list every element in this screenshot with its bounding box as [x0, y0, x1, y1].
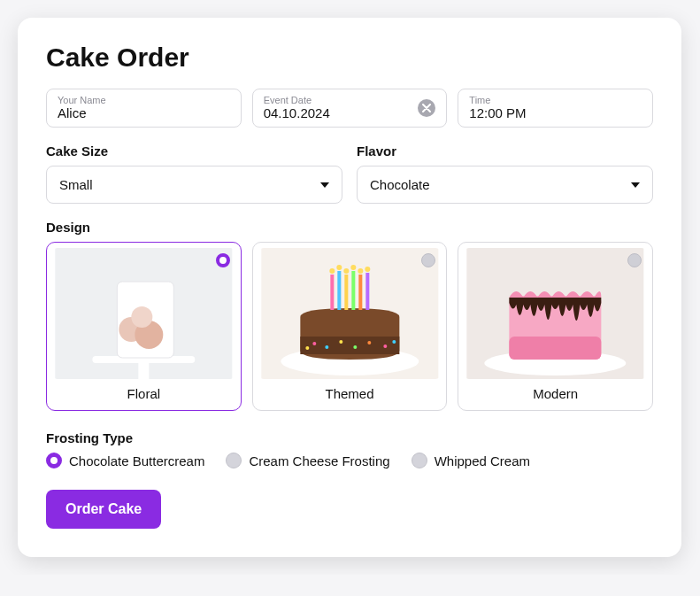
flavor-group: Flavor Chocolate: [357, 143, 653, 204]
frosting-label: Frosting Type: [46, 430, 653, 445]
svg-point-29: [365, 267, 370, 272]
svg-rect-33: [510, 337, 602, 360]
frosting-name: Cream Cheese Frosting: [249, 453, 389, 468]
order-cake-button[interactable]: Order Cake: [46, 490, 161, 529]
svg-point-10: [312, 342, 316, 345]
date-label: Event Date: [264, 95, 419, 105]
design-thumb-modern: [464, 248, 647, 379]
name-input[interactable]: [58, 105, 230, 120]
design-name-floral: Floral: [52, 386, 235, 401]
radio-icon: [46, 453, 62, 468]
svg-point-27: [350, 265, 356, 270]
svg-rect-23: [365, 273, 369, 310]
time-field[interactable]: Time: [458, 89, 653, 128]
design-thumb-floral: [52, 248, 235, 379]
svg-point-15: [383, 344, 387, 348]
cake-size-value: Small: [59, 177, 93, 192]
design-name-modern: Modern: [464, 386, 647, 401]
design-label: Design: [46, 220, 653, 235]
radio-icon: [412, 453, 427, 468]
svg-point-17: [305, 346, 309, 350]
svg-rect-22: [358, 275, 362, 310]
date-field[interactable]: Event Date: [252, 89, 448, 128]
caret-down-icon: [631, 182, 640, 188]
frosting-option-chocolate[interactable]: Chocolate Buttercream: [46, 453, 204, 468]
svg-point-16: [392, 340, 396, 344]
flavor-label: Flavor: [357, 143, 653, 159]
frosting-option-creamcheese[interactable]: Cream Cheese Frosting: [226, 453, 389, 468]
cake-size-select[interactable]: Small: [46, 166, 342, 204]
cake-order-form: Cake Order Your Name Event Date Time: [18, 18, 681, 557]
svg-point-28: [358, 268, 363, 274]
frosting-option-whipped[interactable]: Whipped Cream: [412, 453, 530, 468]
frosting-name: Whipped Cream: [435, 453, 530, 468]
name-field[interactable]: Your Name: [46, 89, 242, 128]
svg-rect-19: [337, 271, 341, 310]
clear-date-icon[interactable]: [418, 99, 435, 117]
cake-size-group: Cake Size Small: [46, 143, 342, 204]
page-title: Cake Order: [46, 43, 653, 73]
design-option-themed[interactable]: Themed: [252, 242, 448, 411]
caret-down-icon: [320, 182, 329, 188]
design-option-floral[interactable]: Floral: [46, 242, 242, 411]
flavor-value: Chocolate: [370, 177, 430, 192]
svg-point-12: [339, 340, 342, 344]
date-input[interactable]: [264, 105, 419, 120]
design-thumb-themed: [258, 248, 442, 379]
flavor-select[interactable]: Chocolate: [357, 166, 653, 204]
design-row: Floral: [46, 242, 653, 411]
time-input[interactable]: [469, 105, 642, 120]
svg-point-13: [353, 345, 357, 349]
name-label: Your Name: [58, 95, 230, 105]
radio-icon: [226, 453, 242, 468]
svg-point-11: [325, 345, 328, 349]
size-flavor-row: Cake Size Small Flavor Chocolate: [46, 143, 653, 204]
svg-rect-20: [344, 275, 348, 310]
frosting-name: Chocolate Buttercream: [69, 453, 204, 468]
svg-rect-2: [138, 363, 149, 379]
identity-row: Your Name Event Date Time: [46, 89, 653, 128]
svg-point-25: [336, 265, 342, 270]
frosting-row: Chocolate Buttercream Cream Cheese Frost…: [46, 453, 653, 468]
radio-icon: [627, 253, 642, 267]
design-name-themed: Themed: [258, 386, 442, 401]
svg-rect-18: [330, 275, 334, 310]
svg-rect-21: [351, 271, 355, 310]
time-label: Time: [469, 95, 642, 105]
svg-point-6: [131, 306, 152, 328]
cake-size-label: Cake Size: [46, 143, 342, 159]
radio-icon: [216, 253, 230, 267]
svg-point-24: [329, 268, 335, 274]
svg-point-14: [367, 341, 371, 344]
design-option-modern[interactable]: Modern: [458, 242, 653, 411]
svg-point-26: [343, 268, 349, 274]
